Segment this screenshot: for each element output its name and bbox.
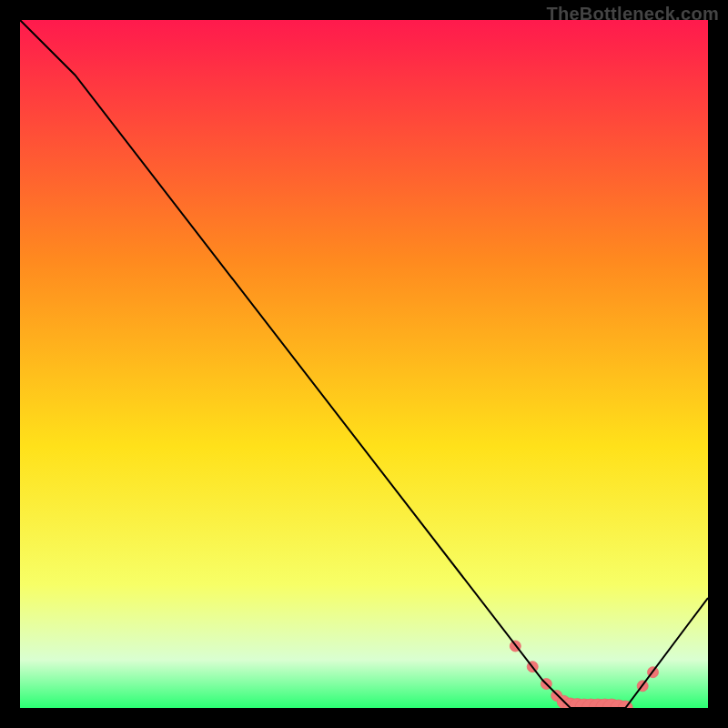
watermark-text: TheBottleneck.com — [546, 4, 719, 25]
bottleneck-chart — [20, 20, 708, 708]
heat-gradient-bg — [20, 20, 708, 708]
chart-container: { "watermark": "TheBottleneck.com", "col… — [0, 0, 728, 728]
